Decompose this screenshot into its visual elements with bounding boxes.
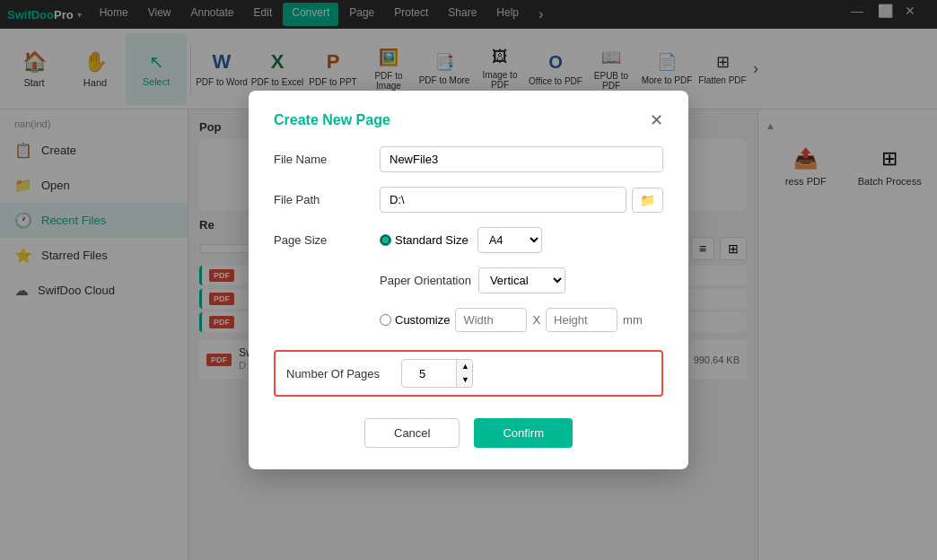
customize-radio-group: Customize xyxy=(380,313,450,327)
unit-label: mm xyxy=(623,313,643,327)
cancel-button[interactable]: Cancel xyxy=(364,418,460,448)
times-label: X xyxy=(532,313,540,327)
page-size-row: Page Size Standard Size A4 A3 A5 Letter … xyxy=(274,227,663,253)
browse-folder-button[interactable]: 📁 xyxy=(632,188,663,213)
page-size-options: Standard Size A4 A3 A5 Letter Legal xyxy=(380,227,663,253)
standard-size-radio[interactable] xyxy=(380,234,391,246)
file-path-row: File Path 📁 xyxy=(274,187,663,213)
create-new-page-dialog: Create New Page ✕ File Name File Path 📁 … xyxy=(249,91,688,469)
paper-orientation-row: Paper Orientation Vertical Horizontal xyxy=(274,267,663,293)
dialog-close-button[interactable]: ✕ xyxy=(650,112,663,128)
dialog-title: Create New Page xyxy=(274,112,390,128)
dialog-footer: Cancel Confirm xyxy=(274,418,663,448)
width-input[interactable] xyxy=(455,308,527,332)
dialog-header: Create New Page ✕ xyxy=(274,112,663,128)
file-name-input[interactable] xyxy=(380,146,663,172)
file-name-label: File Name xyxy=(274,153,372,166)
height-input[interactable] xyxy=(546,308,617,332)
customize-label[interactable]: Customize xyxy=(395,313,450,327)
number-of-pages-label: Number Of Pages xyxy=(286,367,394,381)
paper-orientation-select[interactable]: Vertical Horizontal xyxy=(478,267,565,293)
pages-decrement-button[interactable]: ▼ xyxy=(457,373,473,387)
standard-size-radio-label[interactable]: Standard Size xyxy=(395,233,468,247)
number-of-pages-row: Number Of Pages ▲ ▼ xyxy=(274,350,663,397)
customize-row: Customize X mm xyxy=(274,308,663,332)
pages-increment-button[interactable]: ▲ xyxy=(457,360,473,373)
page-size-select[interactable]: A4 A3 A5 Letter Legal xyxy=(477,227,542,253)
confirm-button[interactable]: Confirm xyxy=(474,418,573,448)
modal-overlay: Create New Page ✕ File Name File Path 📁 … xyxy=(0,0,937,560)
file-path-input[interactable] xyxy=(380,187,626,213)
pages-input[interactable] xyxy=(402,363,456,385)
pages-spinner: ▲ ▼ xyxy=(401,359,473,388)
file-path-input-row: 📁 xyxy=(380,187,663,213)
file-name-row: File Name xyxy=(274,146,663,172)
paper-orientation-label: Paper Orientation xyxy=(380,274,471,287)
page-size-label: Page Size xyxy=(274,233,372,247)
customize-radio[interactable] xyxy=(380,314,391,326)
file-path-label: File Path xyxy=(274,193,372,206)
standard-size-radio-group: Standard Size xyxy=(380,233,468,247)
pages-spinner-controls: ▲ ▼ xyxy=(456,360,473,387)
